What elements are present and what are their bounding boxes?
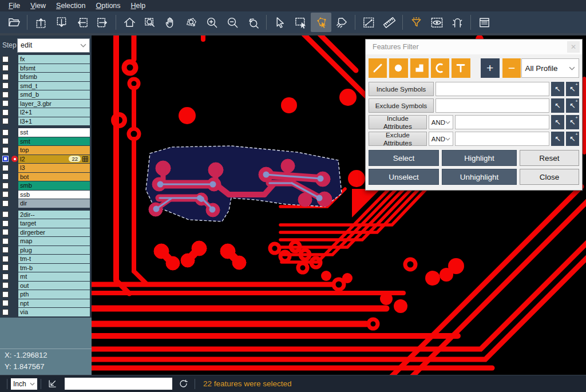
zoom-in-button[interactable]: [201, 13, 222, 32]
layer-name[interactable]: l3+1: [18, 117, 90, 126]
layer-checkbox[interactable]: [2, 264, 9, 271]
layer-name[interactable]: bot: [18, 173, 90, 181]
active-layer-indicator-cell[interactable]: [11, 156, 18, 162]
menu-selection[interactable]: Selection: [51, 0, 90, 11]
layer-checkbox[interactable]: [2, 220, 9, 227]
pan-right-button[interactable]: [92, 13, 113, 32]
feature-type-arc-button[interactable]: [431, 58, 449, 78]
snap-mode-button[interactable]: [447, 13, 468, 32]
exclude-attributes-pick-add-button[interactable]: ↖+: [566, 132, 579, 146]
layer-checkbox[interactable]: [2, 291, 9, 298]
layer-name[interactable]: target: [18, 219, 90, 228]
layer-name[interactable]: layer_3.gbr: [18, 100, 90, 108]
menu-view[interactable]: View: [25, 0, 51, 11]
features-filter-button[interactable]: [406, 13, 426, 32]
profile-select[interactable]: All Profile: [521, 58, 579, 78]
layer-checkbox[interactable]: [2, 156, 9, 162]
zoom-previous-button[interactable]: [243, 13, 263, 32]
layer-name[interactable]: fx: [18, 55, 90, 64]
layer-checkbox[interactable]: [2, 129, 9, 136]
layer-checkbox[interactable]: [2, 238, 9, 244]
layer-name[interactable]: ssb: [18, 191, 90, 199]
layer-name[interactable]: smd_t: [18, 82, 90, 90]
include-attributes-pick-add-button[interactable]: ↖+: [566, 115, 579, 129]
datum-point-icon[interactable]: [47, 378, 58, 389]
layer-checkbox[interactable]: [2, 118, 9, 124]
include-attributes-input[interactable]: [455, 115, 549, 129]
layer-checkbox[interactable]: [2, 173, 9, 180]
menu-help[interactable]: Help: [126, 0, 151, 11]
zoom-window-button[interactable]: [140, 13, 160, 32]
select-polygon-button[interactable]: [311, 13, 331, 32]
pan-up-button[interactable]: [30, 13, 51, 32]
layer-name[interactable]: top: [18, 146, 90, 155]
exclude-symbols-input[interactable]: [435, 98, 549, 113]
include-attributes-operator-select[interactable]: AND: [429, 115, 453, 129]
layer-checkbox[interactable]: [2, 274, 9, 280]
layer-name[interactable]: l222: [18, 155, 90, 164]
layer-checkbox[interactable]: [2, 56, 9, 62]
unselect-button[interactable]: Unselect: [369, 169, 439, 185]
layer-name[interactable]: bfsmt: [18, 64, 90, 73]
layer-checkbox[interactable]: [2, 183, 9, 189]
select-pointer-button[interactable]: [270, 13, 290, 32]
layer-name[interactable]: mt: [18, 272, 90, 281]
layer-name[interactable]: out: [18, 282, 90, 290]
layer-name[interactable]: l2+1: [18, 108, 90, 117]
layer-name[interactable]: npt: [18, 299, 90, 308]
select-button[interactable]: Select: [369, 150, 439, 166]
menu-options[interactable]: Options: [90, 0, 125, 11]
include-attributes-pick-button[interactable]: ↖: [551, 115, 564, 129]
layer-checkbox[interactable]: [2, 282, 9, 288]
dialog-close-button[interactable]: ✕: [567, 41, 580, 53]
feature-type-text-button[interactable]: [452, 58, 470, 78]
layer-checkbox[interactable]: [2, 229, 9, 235]
pan-left-button[interactable]: [72, 13, 92, 32]
measure-distance-button[interactable]: [358, 13, 379, 32]
layer-checkbox[interactable]: [2, 256, 9, 262]
home-button[interactable]: [119, 13, 140, 32]
exclude-attributes-input[interactable]: [455, 132, 549, 146]
open-file-button[interactable]: [3, 13, 24, 32]
feature-type-surface-button[interactable]: [410, 58, 429, 78]
units-select[interactable]: Inch: [11, 378, 37, 390]
layer-name[interactable]: sst: [18, 128, 90, 137]
menu-file[interactable]: File: [3, 0, 25, 11]
layer-name[interactable]: l3: [18, 164, 90, 172]
layers-panel-button[interactable]: [474, 13, 494, 32]
layer-checkbox[interactable]: [2, 191, 9, 197]
layer-checkbox[interactable]: [2, 309, 9, 315]
layer-checkbox[interactable]: [2, 165, 9, 171]
layer-checkbox[interactable]: [2, 247, 9, 253]
refresh-icon[interactable]: [179, 379, 188, 389]
layer-checkbox[interactable]: [2, 92, 9, 98]
layer-name[interactable]: dir: [18, 199, 90, 208]
layer-name[interactable]: bfsmb: [18, 73, 90, 81]
layer-name[interactable]: dirgerber: [18, 228, 90, 237]
select-rectangle-button[interactable]: [290, 13, 311, 32]
include-attributes-button[interactable]: Include Attributes: [369, 115, 427, 129]
include-symbols-pick-add-button[interactable]: ↖+: [566, 82, 579, 96]
feature-table-button[interactable]: [82, 156, 88, 162]
unhighlight-button[interactable]: Unhighlight: [442, 169, 517, 185]
close-button[interactable]: Close: [520, 169, 579, 185]
layer-name[interactable]: map: [18, 237, 90, 246]
exclude-symbols-button[interactable]: Exclude Symbols: [369, 98, 434, 113]
include-symbols-input[interactable]: [435, 82, 549, 96]
highlight-button[interactable]: Highlight: [442, 150, 517, 166]
zoom-out-button[interactable]: [222, 13, 243, 32]
add-filter-button[interactable]: +: [481, 58, 500, 78]
layer-checkbox[interactable]: [2, 147, 9, 153]
toggle-visibility-button[interactable]: [426, 13, 447, 32]
exclude-attributes-button[interactable]: Exclude Attributes: [369, 132, 427, 146]
include-symbols-button[interactable]: Include Symbols: [369, 82, 434, 96]
layer-name[interactable]: tm-t: [18, 255, 90, 263]
dialog-titlebar[interactable]: Features Filter ✕: [366, 39, 582, 54]
feature-type-pad-button[interactable]: [389, 58, 407, 78]
layer-checkbox[interactable]: [2, 100, 9, 106]
layer-name[interactable]: pth: [18, 290, 90, 299]
layer-name[interactable]: 2dir--: [18, 211, 90, 219]
layer-name[interactable]: smd_b: [18, 90, 90, 99]
layer-name[interactable]: smt: [18, 137, 90, 146]
remove-filter-button[interactable]: −: [502, 58, 521, 78]
